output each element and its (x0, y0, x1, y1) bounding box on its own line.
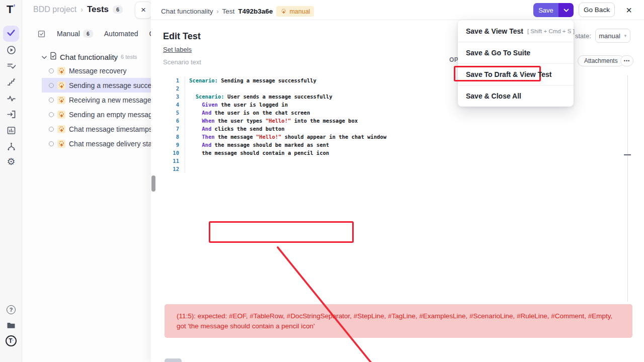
suite-row[interactable]: Chat functionality 6 tests (22, 50, 151, 63)
test-title: Message recovery (69, 67, 126, 75)
test-tree-item[interactable]: Receiving a new message (22, 93, 151, 107)
edit-test-title: Edit Test (163, 31, 201, 42)
test-title: Chat message delivery stat (69, 140, 151, 148)
test-tree-item[interactable]: Message recovery (22, 63, 151, 78)
left-rail: T’ (0, 0, 22, 362)
help-icon: ? (7, 305, 16, 314)
editor-resize-handle[interactable] (624, 154, 631, 155)
rail-item-profile[interactable]: T’ (6, 335, 17, 346)
rail-item-tests[interactable] (3, 26, 19, 42)
tab-label: Manual (57, 30, 80, 38)
menu-item-label: Save To Draft & View Test (466, 70, 551, 78)
overlay-topbar: Chat functionality › Test T492b3a6e manu… (151, 0, 644, 20)
save-menu-item[interactable]: Save To Draft & View Test (458, 63, 574, 85)
code-line (189, 84, 386, 93)
line-number: 4 (163, 101, 185, 109)
rail-item-steps[interactable] (6, 76, 17, 87)
edit-test-overlay: Chat functionality › Test T492b3a6e manu… (151, 0, 644, 362)
app-logo[interactable]: T’ (7, 3, 15, 16)
scenario-code-editor[interactable]: 123456789101112 Scenario: Sending a mess… (163, 76, 628, 302)
line-number: 5 (163, 109, 185, 117)
suite-test-count: 6 tests (121, 54, 137, 60)
rail-item-test-plans[interactable] (6, 60, 17, 71)
line-number: 7 (163, 125, 185, 133)
state-select[interactable]: manual ▾ (595, 29, 630, 43)
line-number: 12 (163, 165, 185, 173)
breadcrumb-project-link[interactable]: BDD project (33, 5, 76, 14)
line-number: 10 (163, 149, 185, 157)
go-back-button[interactable]: Go Back (579, 3, 615, 17)
save-dropdown-menu: Save & View Test [ Shift + Cmd + S ] Sav… (458, 20, 574, 107)
menu-item-shortcut: [ Shift + Cmd + S ] (527, 28, 575, 34)
save-menu-item[interactable]: Save & Close All (458, 85, 574, 107)
rail-item-settings[interactable]: ⚙ (6, 156, 17, 167)
rail-item-projects[interactable] (6, 320, 17, 331)
error-line-1: (11:5): expected: #EOF, #TableRow, #DocS… (177, 311, 620, 321)
code-line (189, 165, 386, 173)
breadcrumb-separator: › (217, 8, 219, 15)
tree-items: Message recovery Sending a message succe… (22, 63, 151, 151)
rail-item-pulse[interactable] (6, 93, 17, 104)
test-status-circle-icon (49, 68, 54, 73)
breadcrumb-test-label: Test (222, 8, 235, 15)
tab-manual[interactable]: Manual 6 (57, 30, 93, 38)
code-line: And the user is on the chat screen (189, 109, 386, 117)
box-arrow-icon (6, 109, 17, 120)
check-icon (6, 28, 16, 40)
list-check-icon (6, 61, 17, 71)
app-root: T’ (0, 0, 644, 362)
panel-close-button[interactable]: × (135, 2, 151, 19)
code-line: Then the message "Hello!" should appear … (189, 133, 386, 141)
rail-item-import[interactable] (6, 109, 17, 120)
rail-item-branching[interactable] (6, 141, 17, 152)
line-number: 11 (163, 157, 185, 165)
annotation-arrow (269, 242, 394, 362)
manual-test-icon (57, 67, 65, 75)
play-circle-icon (6, 45, 17, 55)
line-number: 6 (163, 117, 185, 125)
breadcrumb-suite-link[interactable]: Chat functionality (161, 8, 213, 15)
branch-icon (6, 141, 17, 152)
attachments-button[interactable]: Attachments (578, 55, 624, 66)
set-labels-link[interactable]: Set labels (163, 46, 192, 53)
save-split-button: Save (533, 3, 574, 17)
save-dropdown-button[interactable] (558, 3, 574, 17)
rail-item-runs[interactable] (6, 44, 17, 55)
more-options-button[interactable]: ••• (620, 55, 633, 66)
test-tree-item[interactable]: Sending an empty message (22, 107, 151, 122)
save-menu-item[interactable]: Save & Go To Suite (458, 42, 574, 63)
line-number: 9 (163, 141, 185, 149)
suite-title: Chat functionality (60, 53, 118, 61)
gear-icon: ⚙ (7, 157, 15, 166)
manual-test-icon (57, 140, 65, 148)
scrollbar-thumb[interactable] (151, 175, 155, 192)
editor-code: Scenario: Sending a message successfully… (185, 76, 386, 173)
tests-panel: BDD project › Tests 6 × Manual 6 Automat… (22, 0, 151, 362)
caret-down-icon: ▾ (624, 33, 627, 38)
test-tree-item[interactable]: Sending a message succes (42, 78, 151, 93)
rail-item-analytics[interactable] (6, 125, 17, 136)
test-title: Chat message timestamps (69, 125, 151, 133)
tab-automated[interactable]: Automated (104, 30, 138, 38)
pulse-icon (6, 93, 17, 104)
test-tree-item[interactable]: Chat message timestamps (22, 122, 151, 136)
test-status-circle-icon (49, 98, 54, 103)
manual-test-icon (57, 111, 65, 119)
overlay-close-button[interactable]: × (623, 4, 635, 16)
test-title: Sending an empty message (69, 111, 151, 119)
test-status-circle-icon (49, 83, 54, 88)
code-line: the message should contain a pencil icon (189, 149, 386, 157)
chevron-down-icon (42, 52, 47, 61)
save-button[interactable]: Save (533, 3, 558, 17)
line-number: 1 (163, 76, 185, 84)
test-status-circle-icon (49, 127, 54, 132)
manual-test-icon (57, 96, 65, 104)
line-number: 2 (163, 84, 185, 93)
test-tree-item[interactable]: Chat message delivery stat (22, 136, 151, 151)
menu-item-label: Save & Go To Suite (466, 49, 530, 57)
scenario-text-label: Scenario text (163, 58, 201, 66)
rail-item-help[interactable]: ? (6, 304, 17, 315)
manual-icon (280, 8, 287, 15)
save-menu-item[interactable]: Save & View Test [ Shift + Cmd + S ] (458, 20, 574, 42)
annotation-box-code (209, 221, 354, 243)
